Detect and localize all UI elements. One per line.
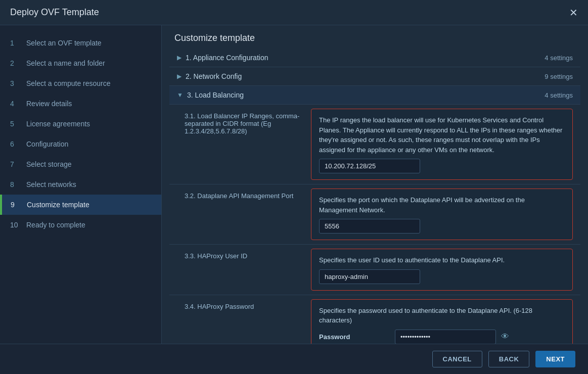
setting-label-3-2: 3.2. Dataplane API Management Port	[169, 184, 311, 244]
sidebar-item-1[interactable]: 1 Select an OVF template	[0, 33, 161, 53]
setting-row-3-4: 3.4. HAProxy Password Specifies the pass…	[169, 295, 580, 344]
step-num-2: 2	[10, 59, 20, 67]
step-num-10: 10	[10, 221, 20, 229]
section-row-2[interactable]: ▶ 2. Network Config 9 settings	[169, 67, 580, 86]
modal-title: Deploy OVF Template	[10, 7, 569, 18]
setting-description-3-1: The IP ranges the load balancer will use…	[319, 115, 565, 155]
setting-description-3-4: Specifies the password used to authentic…	[319, 306, 565, 325]
setting-label-3-4: 3.4. HAProxy Password	[169, 295, 311, 344]
sidebar-item-10[interactable]: 10 Ready to complete	[0, 215, 161, 235]
setting-description-3-3: Specifies the user ID used to authentica…	[319, 255, 565, 265]
sidebar-item-2[interactable]: 2 Select a name and folder	[0, 53, 161, 73]
setting-input-3-3[interactable]	[319, 269, 420, 284]
section-count-1: 4 settings	[545, 54, 573, 62]
setting-label-3-3: 3.3. HAProxy User ID	[169, 245, 311, 295]
sidebar-label-10: Ready to complete	[26, 221, 85, 229]
section-name-3: 3. Load Balancing	[187, 91, 545, 99]
sidebar-item-8[interactable]: 8 Select networks	[0, 174, 161, 195]
modal-body: 1 Select an OVF template 2 Select a name…	[0, 25, 588, 344]
sidebar-label-8: Select networks	[26, 180, 76, 189]
step-num-7: 7	[10, 160, 20, 168]
chevron-icon-1: ▶	[177, 54, 182, 61]
setting-row-3-3: 3.3. HAProxy User ID Specifies the user …	[169, 245, 580, 295]
section-count-2: 9 settings	[545, 73, 573, 80]
step-num-3: 3	[10, 79, 20, 87]
main-content: Customize template ▶ 1. Appliance Config…	[162, 25, 588, 344]
password-input[interactable]	[395, 330, 496, 344]
sidebar: 1 Select an OVF template 2 Select a name…	[0, 25, 162, 344]
setting-value-3-4: Specifies the password used to authentic…	[311, 299, 573, 344]
next-button[interactable]: NEXT	[535, 351, 575, 367]
sidebar-label-3: Select a compute resource	[26, 79, 111, 87]
content-title: Customize template	[174, 33, 575, 43]
sidebar-label-6: Configuration	[26, 140, 68, 148]
sidebar-item-5[interactable]: 5 License agreements	[0, 114, 161, 134]
setting-row-3-1: 3.1. Load Balancer IP Ranges, comma-sepa…	[169, 105, 580, 184]
password-row: Password 👁	[319, 330, 565, 344]
cancel-button[interactable]: CANCEL	[432, 351, 482, 367]
setting-label-3-1: 3.1. Load Balancer IP Ranges, comma-sepa…	[169, 105, 311, 184]
step-num-8: 8	[10, 180, 20, 189]
chevron-icon-3: ▼	[177, 91, 183, 99]
sidebar-label-9: Customize template	[27, 201, 89, 209]
chevron-icon-2: ▶	[177, 73, 182, 80]
section-name-1: 1. Appliance Configuration	[186, 54, 545, 62]
section-count-3: 4 settings	[545, 91, 573, 99]
sidebar-label-5: License agreements	[26, 120, 90, 128]
sidebar-label-2: Select a name and folder	[26, 59, 105, 67]
sidebar-item-3[interactable]: 3 Select a compute resource	[0, 73, 161, 93]
modal-header: Deploy OVF Template ✕	[0, 0, 588, 25]
step-num-6: 6	[10, 140, 20, 148]
eye-icon-password[interactable]: 👁	[501, 332, 509, 341]
sidebar-label-1: Select an OVF template	[26, 39, 102, 47]
modal: Deploy OVF Template ✕ 1 Select an OVF te…	[0, 0, 588, 374]
sidebar-label-7: Select storage	[26, 160, 72, 168]
sidebar-item-7[interactable]: 7 Select storage	[0, 154, 161, 174]
step-num-5: 5	[10, 120, 20, 128]
setting-value-3-1: The IP ranges the load balancer will use…	[311, 109, 573, 180]
sidebar-item-9[interactable]: 9 Customize template	[2, 195, 161, 215]
password-label: Password	[319, 333, 390, 341]
sidebar-label-4: Review details	[26, 100, 72, 108]
modal-footer: CANCEL BACK NEXT	[0, 344, 588, 374]
content-header: Customize template	[162, 25, 588, 49]
setting-input-3-1[interactable]	[319, 159, 420, 173]
setting-value-3-2: Specifies the port on which the Dataplan…	[311, 189, 573, 240]
sidebar-item-4[interactable]: 4 Review details	[0, 93, 161, 114]
section-name-2: 2. Network Config	[186, 72, 545, 80]
content-area: ▶ 1. Appliance Configuration 4 settings …	[162, 49, 588, 344]
back-button[interactable]: BACK	[488, 351, 530, 367]
close-button[interactable]: ✕	[569, 7, 578, 19]
step-num-4: 4	[10, 100, 20, 108]
step-num-9: 9	[11, 201, 21, 209]
section-row-3[interactable]: ▼ 3. Load Balancing 4 settings	[169, 86, 580, 105]
sidebar-item-6[interactable]: 6 Configuration	[0, 134, 161, 154]
step-num-1: 1	[10, 39, 20, 47]
setting-value-3-3: Specifies the user ID used to authentica…	[311, 249, 573, 291]
setting-row-3-2: 3.2. Dataplane API Management Port Speci…	[169, 184, 580, 245]
setting-description-3-2: Specifies the port on which the Dataplan…	[319, 195, 565, 215]
setting-input-3-2[interactable]	[319, 219, 420, 233]
section-row-1[interactable]: ▶ 1. Appliance Configuration 4 settings	[169, 49, 580, 67]
